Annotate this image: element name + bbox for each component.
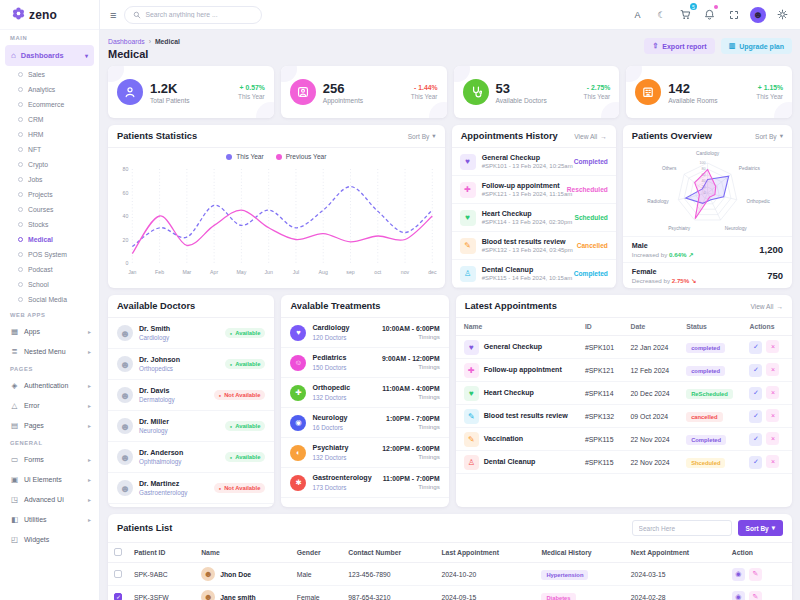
approve-button[interactable]: ✓ <box>749 364 762 377</box>
treatment-list-item[interactable]: ◐ Psychiatry 132 Doctors 12:00PM - 6:00P… <box>281 438 448 468</box>
approve-button[interactable]: ✓ <box>749 341 762 354</box>
appointment-row[interactable]: ♙Dental Cleanup #SPK115 22 Nov 2024 Shce… <box>456 451 792 474</box>
patients-search-input[interactable] <box>632 520 732 536</box>
sidebar-item-dashboards[interactable]: ⌂ Dashboards ▾ <box>5 45 94 66</box>
column-header[interactable]: Patient ID <box>128 543 195 563</box>
sidebar-subitem[interactable]: Crypto <box>0 157 99 172</box>
appointment-history-item[interactable]: ♙ Dental Cleanup #SPK115 - 14 Feb 2024, … <box>452 260 616 288</box>
reject-button[interactable]: × <box>766 386 779 399</box>
sidebar-item[interactable]: ◰ Widgets <box>0 529 99 549</box>
view-button[interactable]: ◉ <box>732 591 745 600</box>
sidebar-subitem[interactable]: POS System <box>0 247 99 262</box>
treatment-list-item[interactable]: ◉ Neurology 16 Doctors 1:00PM - 7:00PM T… <box>281 408 448 438</box>
select-all-checkbox[interactable] <box>114 548 122 556</box>
search-box[interactable] <box>124 6 262 24</box>
appointment-history-item[interactable]: ✚ Follow-up appointment #SPK121 - 13 Feb… <box>452 176 616 204</box>
column-header[interactable]: Next Appointment <box>625 543 726 563</box>
sidebar-subitem[interactable]: Projects <box>0 187 99 202</box>
breadcrumb-dashboards[interactable]: Dashboards <box>108 38 145 45</box>
sidebar-item[interactable]: ≣ Nested Menu ▸ <box>0 341 99 361</box>
column-header[interactable]: Actions <box>741 318 792 336</box>
sidebar-subitem[interactable]: Medical <box>0 232 99 247</box>
patients-sort-button[interactable]: Sort By▾ <box>738 520 783 536</box>
sidebar-subitem[interactable]: Social Media <box>0 292 99 307</box>
sidebar-subitem[interactable]: HRM <box>0 127 99 142</box>
user-avatar[interactable]: ☻ <box>750 7 766 23</box>
upgrade-plan-button[interactable]: ▥ Upgrade plan <box>721 38 792 54</box>
column-header[interactable]: Contact Number <box>342 543 435 563</box>
reject-button[interactable]: × <box>766 363 779 376</box>
treatment-list-item[interactable]: ✚ Orthopedic 132 Doctors 11:00AM - 4:00P… <box>281 378 448 408</box>
appointment-row[interactable]: ✎Vaccination #SPK115 22 Nov 2024 Complet… <box>456 428 792 451</box>
appointment-row[interactable]: ♥Heart Checkup #SPK114 20 Dec 2024 ReSch… <box>456 382 792 405</box>
search-input[interactable] <box>145 11 253 18</box>
doctor-list-item[interactable]: ☻ Dr. Anderson Ophthalmology Available <box>108 442 274 473</box>
column-header[interactable]: Name <box>195 543 291 563</box>
appointment-history-item[interactable]: ♥ Heart Checkup #SPK114 - 13 Feb 2024, 0… <box>452 204 616 232</box>
sort-by-button[interactable]: Sort By▾ <box>755 132 783 140</box>
sidebar-item[interactable]: ◳ Advanced Ui ▸ <box>0 489 99 509</box>
view-all-link[interactable]: View All→ <box>574 133 607 140</box>
sidebar-subitem[interactable]: Ecommerce <box>0 97 99 112</box>
sidebar-item[interactable]: ◈ Authentication ▸ <box>0 375 99 395</box>
reject-button[interactable]: × <box>766 409 779 422</box>
view-all-link[interactable]: View All→ <box>750 303 783 310</box>
app-logo[interactable]: zeno <box>0 0 99 30</box>
edit-button[interactable]: ✎ <box>749 568 762 581</box>
sidebar-subitem[interactable]: Sales <box>0 67 99 82</box>
treatment-list-item[interactable]: ✱ Gastroenterology 173 Doctors 11:00PM -… <box>281 468 448 498</box>
dark-mode-icon[interactable]: ☾ <box>654 7 669 22</box>
sidebar-subitem[interactable]: CRM <box>0 112 99 127</box>
appointment-history-item[interactable]: ♥ General Checkup #SPK101 - 13 Feb 2024,… <box>452 148 616 176</box>
sidebar-subitem[interactable]: Jobs <box>0 172 99 187</box>
sidebar-item[interactable]: ▤ Pages ▸ <box>0 415 99 435</box>
appointment-history-item[interactable]: ✎ Blood test results review #SPK132 - 13… <box>452 232 616 260</box>
doctor-list-item[interactable]: ☻ Dr. Martinez Gastroenterology Not Avai… <box>108 473 274 504</box>
column-header[interactable]: Last Appointment <box>435 543 535 563</box>
column-header[interactable]: ID <box>577 318 623 336</box>
sidebar-item[interactable]: ▦ Apps ▸ <box>0 321 99 341</box>
column-header[interactable]: Medical History <box>535 543 624 563</box>
appointment-row[interactable]: ♥General Checkup #SPK101 22 Jan 2024 com… <box>456 336 792 359</box>
doctor-list-item[interactable]: ☻ Dr. Johnson Orthopedics Available <box>108 349 274 380</box>
patient-row[interactable]: SPK-9ABC ☻Jhon Doe Male 123-456-7890 202… <box>108 563 792 586</box>
export-report-button[interactable]: ⇧ Export report <box>644 38 714 54</box>
reject-button[interactable]: × <box>766 455 779 468</box>
sidebar-subitem[interactable]: Stocks <box>0 217 99 232</box>
appointment-row[interactable]: ✎Blood test results review #SPK132 09 Oc… <box>456 405 792 428</box>
sidebar-item[interactable]: ◧ Utilities ▸ <box>0 509 99 529</box>
doctor-list-item[interactable]: ☻ Dr. Miller Neurology Available <box>108 411 274 442</box>
fullscreen-icon[interactable] <box>726 7 741 22</box>
approve-button[interactable]: ✓ <box>749 456 762 469</box>
column-header[interactable]: Gender <box>291 543 342 563</box>
sidebar-subitem[interactable]: Courses <box>0 202 99 217</box>
sidebar-subitem[interactable]: Analytics <box>0 82 99 97</box>
sidebar-subitem[interactable]: Podcast <box>0 262 99 277</box>
reject-button[interactable]: × <box>766 432 779 445</box>
sidebar-subitem[interactable]: NFT <box>0 142 99 157</box>
treatment-list-item[interactable]: ♥ Cardiology 120 Doctors 10:00AM - 6:00P… <box>281 318 448 348</box>
sidebar-item[interactable]: ▭ Forms ▸ <box>0 449 99 469</box>
column-header[interactable]: Action <box>726 543 792 563</box>
approve-button[interactable]: ✓ <box>749 410 762 423</box>
treatment-list-item[interactable]: ☺ Pediatrics 150 Doctors 9:00AM - 12:00P… <box>281 348 448 378</box>
doctor-list-item[interactable]: ☻ Dr. Smith Cardiology Available <box>108 318 274 349</box>
column-header[interactable]: Date <box>623 318 679 336</box>
column-header[interactable]: Status <box>678 318 741 336</box>
edit-button[interactable]: ✎ <box>749 591 762 600</box>
patient-row[interactable]: SPK-3SFW ☻Jane smith Female 987-654-3210… <box>108 586 792 600</box>
doctor-list-item[interactable]: ☻ Dr. Davis Dermatology Not Available <box>108 380 274 411</box>
sidebar-item[interactable]: △ Error ▸ <box>0 395 99 415</box>
column-header[interactable]: Name <box>456 318 577 336</box>
reject-button[interactable]: × <box>766 340 779 353</box>
approve-button[interactable]: ✓ <box>749 433 762 446</box>
appointment-row[interactable]: ✚Follow-up appointment #SPK121 12 Feb 20… <box>456 359 792 382</box>
sidebar-subitem[interactable]: School <box>0 277 99 292</box>
notifications-icon[interactable] <box>702 7 717 22</box>
row-checkbox[interactable] <box>114 593 122 600</box>
sort-by-button[interactable]: Sort By▾ <box>408 132 436 140</box>
menu-toggle-icon[interactable]: ≡ <box>110 9 116 21</box>
language-icon[interactable]: A <box>630 7 645 22</box>
row-checkbox[interactable] <box>114 570 122 578</box>
cart-icon[interactable]: 5 <box>678 7 693 22</box>
